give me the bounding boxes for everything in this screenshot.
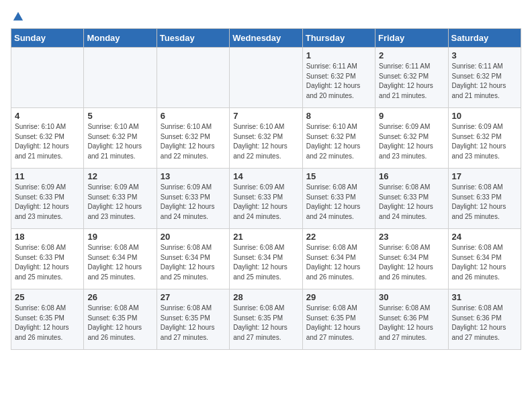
day-number: 14 [233,171,298,181]
day-number: 11 [15,171,80,181]
day-info: Sunrise: 6:10 AM Sunset: 6:32 PM Dayligh… [15,122,80,161]
day-number: 22 [306,232,371,242]
day-info: Sunrise: 6:08 AM Sunset: 6:34 PM Dayligh… [233,243,298,282]
day-info: Sunrise: 6:08 AM Sunset: 6:33 PM Dayligh… [306,183,371,222]
day-number: 12 [87,171,152,181]
calendar-cell: 26Sunrise: 6:08 AM Sunset: 6:35 PM Dayli… [84,289,157,350]
calendar-cell: 2Sunrise: 6:11 AM Sunset: 6:32 PM Daylig… [375,48,448,108]
calendar-cell: 21Sunrise: 6:08 AM Sunset: 6:34 PM Dayli… [230,229,302,289]
day-number: 9 [379,111,444,121]
day-info: Sunrise: 6:11 AM Sunset: 6:32 PM Dayligh… [379,62,444,101]
calendar-cell: 1Sunrise: 6:11 AM Sunset: 6:32 PM Daylig… [302,48,375,108]
day-info: Sunrise: 6:08 AM Sunset: 6:34 PM Dayligh… [452,243,517,282]
logo [11,11,24,21]
calendar-cell: 12Sunrise: 6:09 AM Sunset: 6:33 PM Dayli… [84,169,157,229]
day-number: 7 [233,111,298,121]
day-info: Sunrise: 6:08 AM Sunset: 6:34 PM Dayligh… [306,243,371,282]
calendar-cell: 17Sunrise: 6:08 AM Sunset: 6:33 PM Dayli… [448,169,521,229]
day-number: 19 [87,232,152,242]
day-info: Sunrise: 6:11 AM Sunset: 6:32 PM Dayligh… [306,62,371,101]
calendar-cell [157,48,229,108]
day-number: 8 [306,111,371,121]
calendar-cell [84,48,157,108]
logo-icon [12,11,24,23]
day-number: 15 [306,171,371,181]
day-number: 16 [379,171,444,181]
day-info: Sunrise: 6:08 AM Sunset: 6:35 PM Dayligh… [233,304,298,342]
day-number: 6 [161,111,226,121]
day-number: 25 [15,292,80,302]
day-info: Sunrise: 6:08 AM Sunset: 6:33 PM Dayligh… [452,183,517,222]
calendar-cell: 16Sunrise: 6:08 AM Sunset: 6:33 PM Dayli… [375,169,448,229]
calendar-cell: 28Sunrise: 6:08 AM Sunset: 6:35 PM Dayli… [230,289,302,350]
calendar-cell: 27Sunrise: 6:08 AM Sunset: 6:35 PM Dayli… [157,289,229,350]
day-info: Sunrise: 6:08 AM Sunset: 6:35 PM Dayligh… [87,304,152,342]
day-info: Sunrise: 6:08 AM Sunset: 6:34 PM Dayligh… [379,243,444,282]
day-number: 13 [161,171,226,181]
weekday-header-saturday: Saturday [448,29,521,48]
day-number: 31 [452,292,517,302]
calendar-cell: 7Sunrise: 6:10 AM Sunset: 6:32 PM Daylig… [230,108,302,169]
day-number: 3 [452,50,517,60]
calendar-cell: 8Sunrise: 6:10 AM Sunset: 6:32 PM Daylig… [302,108,375,169]
calendar-cell: 20Sunrise: 6:08 AM Sunset: 6:34 PM Dayli… [157,229,229,289]
day-number: 26 [87,292,152,302]
day-number: 27 [161,292,226,302]
day-number: 21 [233,232,298,242]
day-info: Sunrise: 6:10 AM Sunset: 6:32 PM Dayligh… [87,122,152,161]
calendar-cell: 30Sunrise: 6:08 AM Sunset: 6:36 PM Dayli… [375,289,448,350]
day-info: Sunrise: 6:08 AM Sunset: 6:36 PM Dayligh… [379,304,444,342]
calendar-cell [230,48,302,108]
calendar-cell: 4Sunrise: 6:10 AM Sunset: 6:32 PM Daylig… [11,108,84,169]
calendar-cell: 10Sunrise: 6:09 AM Sunset: 6:32 PM Dayli… [448,108,521,169]
day-info: Sunrise: 6:09 AM Sunset: 6:32 PM Dayligh… [379,122,444,161]
calendar-cell: 3Sunrise: 6:11 AM Sunset: 6:32 PM Daylig… [448,48,521,108]
day-info: Sunrise: 6:08 AM Sunset: 6:34 PM Dayligh… [161,243,226,282]
day-info: Sunrise: 6:08 AM Sunset: 6:35 PM Dayligh… [15,304,80,342]
day-number: 5 [87,111,152,121]
day-info: Sunrise: 6:09 AM Sunset: 6:33 PM Dayligh… [87,183,152,222]
calendar-cell: 19Sunrise: 6:08 AM Sunset: 6:34 PM Dayli… [84,229,157,289]
day-info: Sunrise: 6:09 AM Sunset: 6:33 PM Dayligh… [233,183,298,222]
day-info: Sunrise: 6:10 AM Sunset: 6:32 PM Dayligh… [161,122,226,161]
day-number: 28 [233,292,298,302]
calendar-cell: 24Sunrise: 6:08 AM Sunset: 6:34 PM Dayli… [448,229,521,289]
calendar-table: SundayMondayTuesdayWednesdayThursdayFrid… [11,28,521,350]
day-number: 17 [452,171,517,181]
day-number: 4 [15,111,80,121]
calendar-cell: 6Sunrise: 6:10 AM Sunset: 6:32 PM Daylig… [157,108,229,169]
day-info: Sunrise: 6:08 AM Sunset: 6:35 PM Dayligh… [306,304,371,342]
calendar-cell: 5Sunrise: 6:10 AM Sunset: 6:32 PM Daylig… [84,108,157,169]
day-info: Sunrise: 6:08 AM Sunset: 6:33 PM Dayligh… [15,243,80,282]
day-number: 29 [306,292,371,302]
weekday-header-thursday: Thursday [302,29,375,48]
day-info: Sunrise: 6:09 AM Sunset: 6:33 PM Dayligh… [15,183,80,222]
day-number: 30 [379,292,444,302]
day-info: Sunrise: 6:08 AM Sunset: 6:35 PM Dayligh… [161,304,226,342]
svg-marker-0 [13,12,23,21]
calendar-cell [11,48,84,108]
calendar-cell: 9Sunrise: 6:09 AM Sunset: 6:32 PM Daylig… [375,108,448,169]
calendar-cell: 23Sunrise: 6:08 AM Sunset: 6:34 PM Dayli… [375,229,448,289]
calendar-cell: 15Sunrise: 6:08 AM Sunset: 6:33 PM Dayli… [302,169,375,229]
calendar-cell: 29Sunrise: 6:08 AM Sunset: 6:35 PM Dayli… [302,289,375,350]
day-info: Sunrise: 6:08 AM Sunset: 6:34 PM Dayligh… [87,243,152,282]
day-info: Sunrise: 6:11 AM Sunset: 6:32 PM Dayligh… [452,62,517,101]
day-number: 24 [452,232,517,242]
weekday-header-friday: Friday [375,29,448,48]
calendar-cell: 18Sunrise: 6:08 AM Sunset: 6:33 PM Dayli… [11,229,84,289]
weekday-header-wednesday: Wednesday [230,29,302,48]
day-number: 10 [452,111,517,121]
day-info: Sunrise: 6:08 AM Sunset: 6:33 PM Dayligh… [379,183,444,222]
page-header [11,11,521,21]
day-number: 2 [379,50,444,60]
day-number: 18 [15,232,80,242]
day-info: Sunrise: 6:10 AM Sunset: 6:32 PM Dayligh… [306,122,371,161]
calendar-cell: 25Sunrise: 6:08 AM Sunset: 6:35 PM Dayli… [11,289,84,350]
weekday-header-sunday: Sunday [11,29,84,48]
day-info: Sunrise: 6:09 AM Sunset: 6:33 PM Dayligh… [161,183,226,222]
day-number: 20 [161,232,226,242]
calendar-cell: 14Sunrise: 6:09 AM Sunset: 6:33 PM Dayli… [230,169,302,229]
weekday-header-monday: Monday [84,29,157,48]
calendar-cell: 31Sunrise: 6:08 AM Sunset: 6:36 PM Dayli… [448,289,521,350]
